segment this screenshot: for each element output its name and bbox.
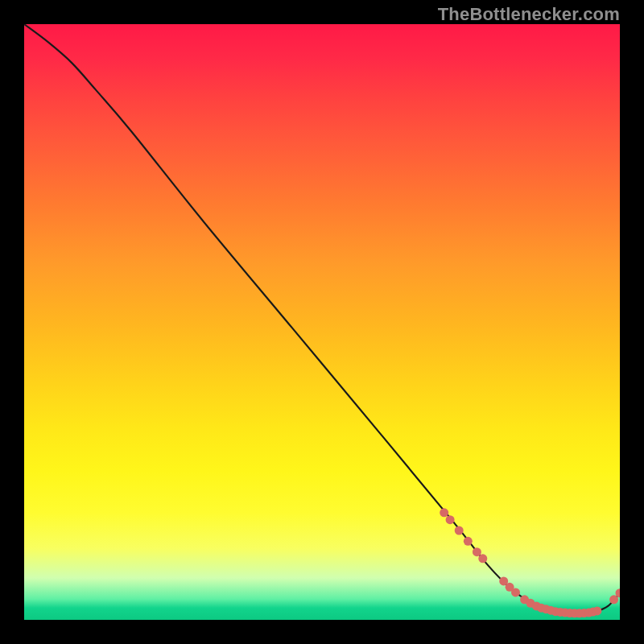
curve-marker [440, 508, 448, 517]
plot-area [24, 24, 620, 620]
curve-marker [592, 606, 601, 615]
curve-marker [609, 595, 618, 604]
curve-marker [473, 547, 481, 556]
curve-marker [464, 537, 473, 546]
watermark-text: TheBottlenecker.com [438, 4, 620, 25]
curve-marker [511, 588, 520, 597]
curve-markers [440, 508, 620, 617]
curve-marker [478, 554, 487, 563]
bottleneck-curve [24, 24, 620, 614]
curve-marker [455, 526, 464, 535]
curve-marker [446, 515, 455, 524]
chart-frame: TheBottlenecker.com [0, 0, 644, 644]
bottleneck-curve-svg [24, 24, 620, 620]
